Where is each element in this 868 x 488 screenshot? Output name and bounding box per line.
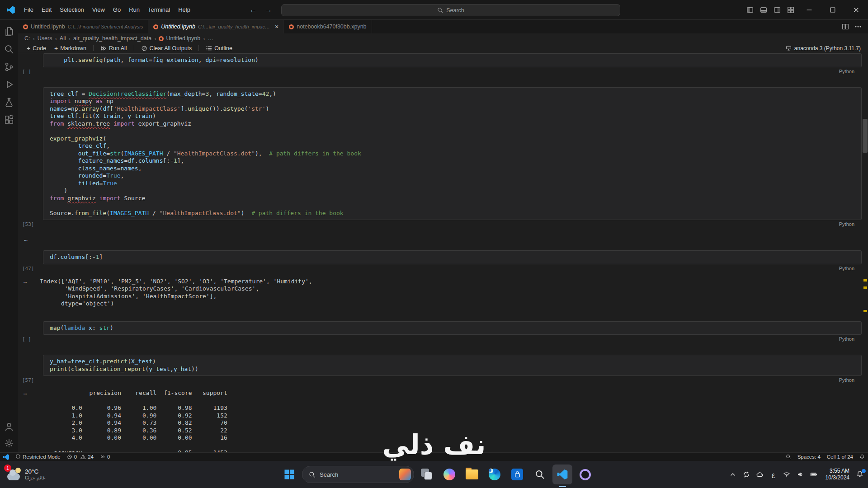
activitybar-source-control-icon[interactable] [4,61,14,72]
tab-title: notebookb6470f30bb.xpynb [297,23,366,30]
minimize-button[interactable] [797,0,821,20]
cloud-icon[interactable] [756,471,764,479]
taskbar-task-view-icon[interactable] [417,465,437,484]
notifications-bell-icon[interactable] [856,453,868,461]
menu-run[interactable]: Run [125,5,144,15]
more-actions-icon[interactable] [854,23,862,30]
wifi-icon[interactable] [783,471,791,479]
editor-tab-1[interactable]: Untitled.ipynbC:\...\Financial Sentiment… [18,20,148,33]
layout-sidebar-right-icon[interactable] [770,3,784,17]
notebook-code-cell[interactable]: tree_clf = DecisionTreeClassifier(max_de… [43,87,862,229]
breadcrumb-item[interactable]: C: [24,35,30,42]
editor-tab-2[interactable]: Untitled.ipynbC:\...\air_quality_health_… [148,20,284,33]
breadcrumb-separator: › [69,35,71,42]
notebook-code-cell[interactable]: plt.savefig(path, format=fig_extension, … [43,53,862,75]
indentation-status[interactable]: Spaces: 4 [794,453,824,461]
weather-condition: غائم جزئيًا [25,475,45,481]
customize-layout-icon[interactable] [784,3,797,17]
taskbar-edge-icon[interactable] [485,465,505,484]
taskbar-search-app-icon[interactable] [530,465,550,484]
cell-editor[interactable]: y_hat=tree_clf.predict(X_test)print(clas… [43,355,862,376]
activitybar-account-icon[interactable] [4,421,14,432]
output-collapse-icon[interactable]: … [24,277,27,285]
sync-icon[interactable] [743,471,750,479]
taskbar-start-icon[interactable] [279,465,299,484]
menu-go[interactable]: Go [109,5,125,15]
volume-icon[interactable] [797,471,804,479]
collapsed-cell-indicator[interactable]: … [24,235,868,242]
menu-terminal[interactable]: Terminal [144,5,174,15]
menu-edit[interactable]: Edit [38,5,56,15]
titlebar-search[interactable]: Search [281,4,620,16]
cell-editor[interactable]: df.columns[:-1] [43,250,862,264]
editor-tab-3[interactable]: notebookb6470f30bb.xpynb [284,20,372,33]
split-editor-icon[interactable] [842,23,849,30]
tab-title: Untitled.ipynb [161,23,195,30]
weather-widget[interactable]: 1 20°C غائم جزئيًا [3,461,50,488]
cell-editor[interactable]: map(lambda x: str) [43,321,862,335]
breadcrumb-item[interactable]: air_quality_health_impact_data [73,35,151,42]
taskbar-search-box[interactable]: Search [302,466,414,483]
nav-back-icon[interactable]: ← [250,6,257,14]
notebook-code-cell[interactable]: y_hat=tree_clf.predict(X_test)print(clas… [43,355,862,384]
layout-panel-icon[interactable] [757,3,770,17]
toolbar-clear-all-outputs-button[interactable]: Clear All Outputs [138,45,195,52]
toolbar-code-button[interactable]: +Code [24,45,49,52]
statusbar-search-button[interactable] [783,453,794,461]
taskbar-file-explorer-icon[interactable] [462,465,482,484]
breadcrumb-item[interactable]: … [208,35,214,42]
activitybar-settings-icon[interactable] [4,438,14,449]
toolbar-…-button[interactable] [237,45,250,52]
nav-forward-icon[interactable]: → [265,6,272,14]
menu-file[interactable]: File [20,5,38,15]
breadcrumb-item[interactable]: Untitled.ipynb [159,35,200,42]
taskbar-ring-app-icon[interactable] [575,465,595,484]
menu-help[interactable]: Help [174,5,194,15]
notebook-code-cell[interactable]: map(lambda x: str)[ ]Python [43,321,862,343]
taskbar-store-icon[interactable] [507,465,527,484]
ports-badge[interactable]: 0 [97,453,113,461]
breadcrumb-item[interactable]: Users [38,35,52,42]
breadcrumb-item[interactable]: Ali [60,35,66,42]
overview-warning-mark [863,310,867,312]
layout-sidebar-left-icon[interactable] [743,3,757,17]
taskbar-copilot-icon[interactable] [439,465,459,484]
cell-editor[interactable]: plt.savefig(path, format=fig_extension, … [43,53,862,67]
activitybar-search-icon[interactable] [4,44,14,55]
toolbar-outline-button[interactable]: Outline [203,45,236,52]
editor-scrollbar[interactable] [862,53,868,452]
activitybar-explorer-icon[interactable] [4,26,14,37]
battery-icon[interactable] [810,471,818,479]
scrollbar-thumb[interactable] [863,119,868,153]
language-indicator[interactable]: ع [770,471,777,478]
cell-language-label[interactable]: Python [839,336,854,342]
maximize-button[interactable] [821,0,844,20]
output-collapse-icon[interactable]: … [24,389,27,397]
cell-language-label[interactable]: Python [839,221,854,227]
cell-language-label[interactable]: Python [839,266,854,271]
activitybar-testing-icon[interactable] [4,97,14,108]
cell-editor[interactable]: tree_clf = DecisionTreeClassifier(max_de… [43,87,862,221]
menu-selection[interactable]: Selection [56,5,88,15]
cell-position-status[interactable]: Cell 1 of 24 [824,453,856,461]
restricted-mode-badge[interactable]: Restricted Mode [12,453,64,461]
activitybar-run-debug-icon[interactable] [4,79,14,90]
taskbar-clock[interactable]: 3:55 AM10/3/2024 [824,468,849,481]
title-bar: FileEditSelectionViewGoRunTerminalHelp ←… [0,0,868,20]
cell-language-label[interactable]: Python [839,69,854,74]
tab-close-icon[interactable]: × [275,23,278,30]
remote-indicator[interactable] [0,453,12,461]
cell-language-label[interactable]: Python [839,377,854,383]
notebook-code-cell[interactable]: df.columns[:-1][47]Python [43,250,862,272]
menu-view[interactable]: View [88,5,109,15]
activitybar-extensions-icon[interactable] [4,114,14,125]
taskbar-vscode-icon[interactable] [552,465,572,484]
toolbar-run-all-button[interactable]: Run All [97,45,130,52]
toolbar-markdown-button[interactable]: +Markdown [51,45,90,52]
notebook-toolbar: +Code+MarkdownRun AllClear All OutputsOu… [18,43,868,53]
kernel-picker[interactable]: anaconda 3 (Python 3.11.7) [786,45,868,52]
close-button[interactable] [844,0,868,20]
problems-badge[interactable]: 0 24 [64,453,97,461]
notification-bell-icon[interactable] [856,470,864,479]
chevron-up-icon[interactable] [729,471,737,479]
